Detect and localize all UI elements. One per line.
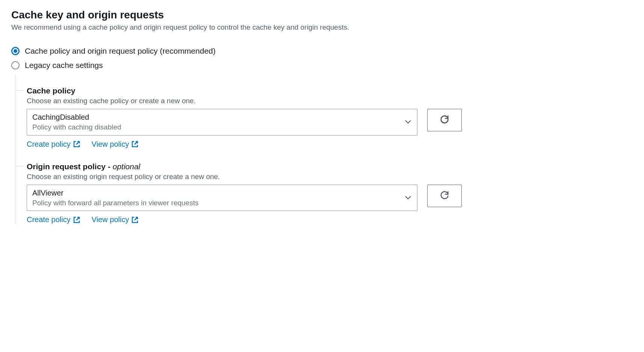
external-link-icon (73, 140, 80, 148)
origin-policy-optional-tag: optional (113, 162, 141, 171)
select-description: Policy with caching disabled (32, 123, 401, 132)
policy-tree: Cache policy Choose an existing cache po… (15, 75, 633, 224)
external-link-icon (131, 216, 139, 224)
select-value: AllViewer (32, 188, 401, 198)
cache-policy-select[interactable]: CachingDisabled Policy with caching disa… (27, 109, 417, 135)
create-cache-policy-link[interactable]: Create policy (27, 140, 80, 149)
policy-mode-radio-group: Cache policy and origin request policy (… (11, 47, 633, 70)
external-link-icon (131, 140, 139, 148)
select-value: CachingDisabled (32, 112, 401, 122)
radio-icon (11, 47, 20, 55)
caret-down-icon (405, 194, 411, 201)
link-text: Create policy (27, 215, 71, 224)
select-description: Policy with forward all parameters in vi… (32, 199, 401, 208)
origin-policy-title: Origin request policy - optional (27, 162, 633, 171)
caret-down-icon (405, 119, 411, 125)
link-text: View policy (92, 215, 129, 224)
view-cache-policy-link[interactable]: View policy (92, 140, 139, 149)
cache-policy-title: Cache policy (27, 86, 633, 95)
section-title: Cache key and origin requests (11, 9, 633, 21)
origin-policy-select[interactable]: AllViewer Policy with forward all parame… (27, 185, 417, 211)
link-text: Create policy (27, 140, 71, 149)
create-origin-policy-link[interactable]: Create policy (27, 215, 80, 224)
section-description: We recommend using a cache policy and or… (11, 23, 633, 32)
radio-icon (11, 61, 20, 69)
refresh-icon (439, 190, 450, 202)
origin-request-policy-block: Origin request policy - optional Choose … (27, 162, 633, 224)
origin-policy-description: Choose an existing origin request policy… (27, 173, 633, 181)
refresh-icon (439, 114, 450, 126)
view-origin-policy-link[interactable]: View policy (92, 215, 139, 224)
origin-policy-title-text: Origin request policy - (27, 162, 113, 171)
radio-label: Legacy cache settings (25, 61, 103, 70)
refresh-origin-policy-button[interactable] (427, 185, 462, 207)
radio-legacy-mode[interactable]: Legacy cache settings (11, 61, 633, 70)
radio-cache-policy-mode[interactable]: Cache policy and origin request policy (… (11, 47, 633, 56)
cache-policy-description: Choose an existing cache policy or creat… (27, 97, 633, 105)
link-text: View policy (92, 140, 129, 149)
radio-label: Cache policy and origin request policy (… (25, 47, 216, 56)
refresh-cache-policy-button[interactable] (427, 109, 462, 131)
external-link-icon (73, 216, 80, 224)
cache-policy-block: Cache policy Choose an existing cache po… (27, 86, 633, 149)
